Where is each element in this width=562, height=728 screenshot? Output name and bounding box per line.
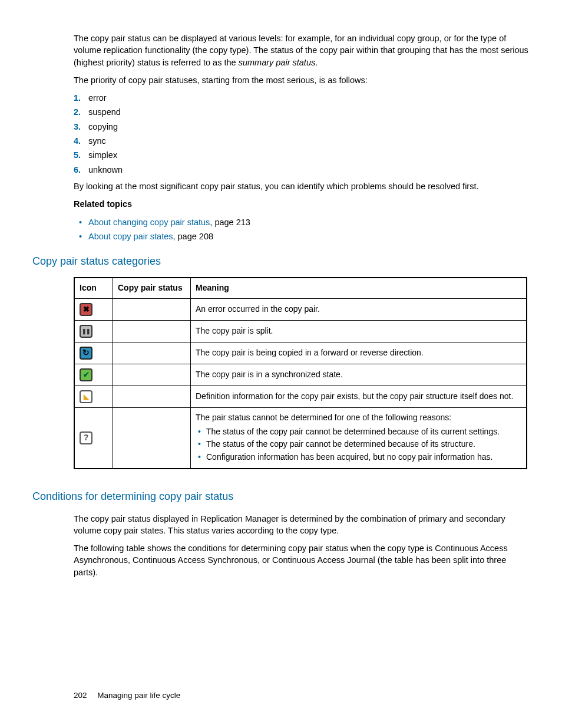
pause-icon — [80, 325, 92, 338]
meaning-cell: The copy pair is in a synchronized state… — [191, 364, 527, 386]
footer-title: Managing pair life cycle — [97, 691, 180, 700]
priority-number: 4. — [74, 135, 81, 147]
icon-cell — [74, 364, 113, 386]
priority-item: 4.sync — [88, 135, 530, 147]
related-topic-suffix: , page 208 — [173, 232, 213, 241]
status-cell — [113, 298, 191, 320]
status-cell — [113, 364, 191, 386]
priority-label: simplex — [88, 150, 117, 160]
table-row: An error occurred in the copy pair. — [74, 298, 527, 320]
meaning-cell: Definition information for the copy pair… — [191, 386, 527, 407]
priority-number: 5. — [74, 149, 81, 161]
table-header-icon: Icon — [74, 278, 113, 298]
priority-number: 1. — [74, 92, 81, 104]
check-icon — [80, 368, 92, 381]
related-topic-suffix: , page 213 — [210, 218, 250, 227]
page-number: 202 — [74, 691, 87, 700]
meaning-cell: The copy pair is being copied in a forwa… — [191, 342, 527, 364]
icon-cell — [74, 386, 113, 407]
priority-label: unknown — [88, 165, 123, 174]
table-row: Definition information for the copy pair… — [74, 386, 527, 407]
after-list-paragraph: By looking at the most significant copy … — [74, 180, 530, 192]
section-heading-conditions: Conditions for determining copy pair sta… — [32, 489, 530, 504]
table-row: The copy pair is split. — [74, 320, 527, 342]
unknown-icon — [80, 431, 92, 444]
reasons-list: The status of the copy pair cannot be de… — [196, 426, 521, 463]
icon-cell — [74, 298, 113, 320]
status-cell — [113, 320, 191, 342]
page-footer: 202 Managing pair life cycle — [74, 690, 180, 701]
meaning-cell: An error occurred in the copy pair. — [191, 298, 527, 320]
related-topic-item: About changing copy pair status, page 21… — [88, 216, 530, 228]
table-row: The copy pair is in a synchronized state… — [74, 364, 527, 386]
priority-list: 1.error2.suspend3.copying4.sync5.simplex… — [32, 92, 530, 176]
status-cell — [113, 407, 191, 469]
summary-pair-status-term: summary pair status — [239, 58, 316, 67]
priority-number: 3. — [74, 121, 81, 133]
priority-label: sync — [88, 136, 106, 146]
meaning-cell: The pair status cannot be determined for… — [191, 407, 527, 469]
icon-cell — [74, 320, 113, 342]
priority-label: error — [88, 93, 107, 103]
priority-item: 5.simplex — [88, 149, 530, 161]
error-icon — [80, 303, 92, 316]
icon-cell — [74, 342, 113, 364]
related-topics-heading: Related topics — [74, 198, 530, 210]
table-header-meaning: Meaning — [191, 278, 527, 298]
section-heading-categories: Copy pair status categories — [32, 254, 530, 269]
def-icon — [80, 390, 92, 403]
sync-icon — [80, 347, 92, 360]
conditions-paragraph-1: The copy pair status displayed in Replic… — [74, 513, 530, 537]
conditions-paragraph-2: The following table shows the conditions… — [74, 542, 530, 578]
intro-paragraph-1: The copy pair status can be displayed at… — [74, 32, 530, 68]
intro-text-1c: . — [315, 58, 318, 67]
table-row: The pair status cannot be determined for… — [74, 407, 527, 469]
reason-item: Configuration information has been acqui… — [206, 452, 521, 463]
priority-label: copying — [88, 122, 118, 131]
priority-label: suspend — [88, 107, 121, 117]
reason-item: The status of the copy pair cannot be de… — [206, 439, 521, 450]
related-topic-link[interactable]: About copy pair states — [88, 232, 173, 241]
status-categories-table: Icon Copy pair status Meaning An error o… — [74, 277, 527, 469]
priority-number: 6. — [74, 164, 81, 176]
priority-number: 2. — [74, 106, 81, 118]
related-topic-item: About copy pair states, page 208 — [88, 230, 530, 242]
intro-paragraph-2: The priority of copy pair statuses, star… — [74, 74, 530, 86]
related-topic-link[interactable]: About changing copy pair status — [88, 218, 210, 227]
reason-item: The status of the copy pair cannot be de… — [206, 426, 521, 438]
meaning-intro: The pair status cannot be determined for… — [196, 412, 521, 424]
status-cell — [113, 342, 191, 364]
meaning-cell: The copy pair is split. — [191, 320, 527, 342]
priority-item: 6.unknown — [88, 164, 530, 176]
status-cell — [113, 386, 191, 407]
priority-item: 3.copying — [88, 121, 530, 133]
priority-item: 2.suspend — [88, 106, 530, 118]
table-row: The copy pair is being copied in a forwa… — [74, 342, 527, 364]
related-topics-list: About changing copy pair status, page 21… — [32, 216, 530, 243]
icon-cell — [74, 407, 113, 469]
priority-item: 1.error — [88, 92, 530, 104]
table-header-status: Copy pair status — [113, 278, 191, 298]
